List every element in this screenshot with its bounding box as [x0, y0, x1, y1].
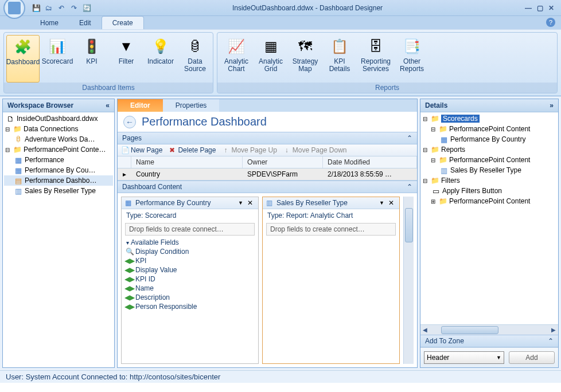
ribbon-kpi-details[interactable]: 📋 KPI Details	[323, 35, 356, 83]
grid-header-owner[interactable]: Owner	[243, 156, 323, 168]
drop-area[interactable]: Drop fields to create connect…	[125, 223, 255, 236]
expand-toggle-icon[interactable]: ⊞	[430, 198, 437, 205]
tree-item-data-connections[interactable]: ⊟Data Connections	[4, 124, 113, 134]
collapse-toggle-icon[interactable]: ⊟	[430, 157, 437, 163]
delete-page-button[interactable]: ✖Delete Page	[168, 146, 216, 154]
ribbon-analytic-grid[interactable]: ▦ Analytic Grid	[254, 35, 287, 83]
tree-item-sales-by-reseller[interactable]: Sales By Reseller Type	[4, 186, 113, 196]
tree-item-perf-dashboard[interactable]: Performance Dashbo…	[4, 175, 113, 186]
tree-item-reports[interactable]: ⊟Reports	[422, 144, 557, 155]
scroll-right-icon[interactable]: ▶	[549, 327, 558, 333]
tree-item-sales-by-reseller[interactable]: Sales By Reseller Type	[422, 165, 557, 175]
available-fields: ▾Available Fields 🔍Display Condition ◀▶K…	[122, 237, 258, 312]
tree-item-pp-content[interactable]: ⊟PerformancePoint Content	[422, 155, 557, 165]
back-button[interactable]: ←	[123, 116, 136, 128]
ribbon-scorecard[interactable]: 📊 Scorecard	[41, 35, 74, 83]
list-item[interactable]: ◀▶KPI	[124, 256, 256, 265]
ribbon-strategy-map[interactable]: 🗺 Strategy Map	[289, 35, 322, 83]
collapse-icon[interactable]: ⌃	[407, 183, 412, 191]
zone-sales-by-reseller[interactable]: Sales By Reseller Type ▼ ✕ Type: Report:…	[262, 197, 400, 364]
save-icon[interactable]: 💾	[31, 3, 41, 13]
pages-toolbar: 📄New Page ✖Delete Page ↑Move Page Up ↓Mo…	[118, 144, 417, 156]
ribbon-other-reports[interactable]: 📑 Other Reports	[395, 35, 428, 83]
data-source-icon: 🛢	[186, 37, 204, 56]
ribbon-analytic-chart[interactable]: 📈 Analytic Chart	[220, 35, 253, 83]
zone-performance-by-country[interactable]: Performance By Country ▼ ✕ Type: Scoreca…	[121, 197, 259, 364]
refresh-icon[interactable]: 🔄	[81, 3, 92, 13]
close-icon[interactable]: ✕	[246, 199, 255, 207]
collapse-toggle-icon[interactable]: ⊟	[422, 178, 428, 184]
tree-item-filters[interactable]: ⊟Filters	[422, 175, 557, 186]
editor-panel: Editor Properties ← Performance Dashboar…	[117, 99, 418, 368]
collapse-icon[interactable]: ⌃	[407, 134, 412, 142]
ribbon-kpi[interactable]: 🚦 KPI	[75, 35, 108, 83]
saveall-icon[interactable]: 🗂	[44, 3, 54, 13]
collapse-icon[interactable]: »	[550, 101, 554, 109]
maximize-button[interactable]: ▢	[535, 3, 545, 13]
cell-name: Country	[131, 168, 243, 180]
zone-type: Type: Scorecard	[122, 209, 258, 222]
list-item[interactable]: ◀▶KPI ID	[124, 275, 256, 284]
vertical-scrollbar[interactable]	[403, 197, 414, 364]
tree-item-root[interactable]: 🗋InsideOutDashboard.ddwx	[4, 113, 113, 124]
tree-item-performance[interactable]: Performance	[4, 155, 113, 165]
horizontal-scrollbar[interactable]: ◀ ▶	[420, 324, 558, 335]
list-item[interactable]: 🔍Display Condition	[124, 247, 256, 256]
collapse-toggle-icon[interactable]: ⊟	[422, 116, 428, 122]
tab-home[interactable]: Home	[30, 17, 69, 29]
new-page-button[interactable]: 📄New Page	[121, 146, 162, 154]
tree-item-pp-content[interactable]: ⊞PerformancePoint Content	[422, 196, 557, 206]
tree-item-perf-by-country[interactable]: Performance By Country	[422, 134, 557, 144]
ribbon-indicator[interactable]: 💡 Indicator	[144, 35, 177, 83]
collapse-icon[interactable]: «	[106, 101, 110, 109]
ribbon-group-label: Reports	[217, 83, 557, 93]
redo-icon[interactable]: ↷	[69, 3, 79, 13]
move-page-up-button[interactable]: ↑Move Page Up	[221, 146, 276, 154]
list-item[interactable]: ◀▶Person Responsible	[124, 302, 256, 311]
add-button[interactable]: Add	[509, 351, 555, 364]
dropdown-icon[interactable]: ▼	[236, 200, 246, 206]
dropdown-icon[interactable]: ▼	[377, 200, 387, 206]
tree-item-pp-content[interactable]: ⊟PerformancePoint Content	[422, 124, 557, 134]
ribbon-filter[interactable]: ▼ Filter	[110, 35, 143, 83]
quick-access-toolbar: 💾 🗂 ↶ ↷ 🔄	[31, 3, 92, 13]
tab-edit[interactable]: Edit	[69, 17, 102, 29]
grid-header-name[interactable]: Name	[131, 156, 243, 168]
list-item[interactable]: ◀▶Display Value	[124, 265, 256, 275]
grid-header-date[interactable]: Date Modified	[323, 156, 417, 168]
tab-create[interactable]: Create	[102, 16, 144, 29]
collapse-toggle-icon[interactable]: ⊟	[430, 126, 437, 132]
collapse-icon[interactable]: ⌃	[548, 337, 554, 345]
move-page-down-button[interactable]: ↓Move Page Down	[283, 146, 347, 154]
undo-icon[interactable]: ↶	[56, 3, 67, 13]
center-tabs: Editor Properties	[118, 99, 417, 112]
collapse-toggle-icon[interactable]: ⊟	[4, 147, 11, 153]
zone-select[interactable]: Header ▼	[424, 351, 504, 364]
close-button[interactable]: ✕	[546, 3, 556, 13]
collapse-toggle-icon[interactable]: ⊟	[422, 147, 428, 153]
collapse-toggle-icon[interactable]: ▾	[124, 240, 131, 246]
scrollbar-thumb[interactable]	[405, 208, 413, 242]
ribbon-dashboard[interactable]: 🧩 Dashboard	[6, 35, 40, 83]
filter-icon: ▼	[117, 37, 135, 56]
tree-item-adventure-works[interactable]: Adventure Works Da…	[4, 134, 113, 144]
minimize-button[interactable]: —	[523, 3, 533, 13]
tree-item-perf-by-country[interactable]: Performance By Cou…	[4, 165, 113, 175]
close-icon[interactable]: ✕	[387, 199, 396, 207]
tab-properties[interactable]: Properties	[163, 99, 220, 112]
ribbon-data-source[interactable]: 🛢 Data Source	[178, 35, 212, 83]
list-item[interactable]: ◀▶Name	[124, 284, 256, 293]
drop-area[interactable]: Drop fields to create connect…	[266, 223, 396, 236]
tree-item-scorecards[interactable]: ⊟Scorecards	[422, 113, 557, 124]
scrollbar-thumb[interactable]	[441, 326, 498, 334]
ribbon-reporting-services[interactable]: 🗄 Reporting Services	[357, 35, 394, 83]
tree-item-pp-content[interactable]: ⊟PerformancePoint Conte…	[4, 144, 113, 155]
tree-item-apply-filters[interactable]: ▭Apply Filters Button	[422, 186, 557, 196]
fields-header[interactable]: ▾Available Fields	[124, 238, 256, 247]
scroll-left-icon[interactable]: ◀	[420, 327, 430, 333]
collapse-toggle-icon[interactable]: ⊟	[4, 126, 11, 132]
table-row[interactable]: ▸ Country SPDEV\SPFarm 2/18/2013 8:55:59…	[118, 168, 417, 180]
list-item[interactable]: ◀▶Description	[124, 293, 256, 302]
tab-editor[interactable]: Editor	[118, 99, 163, 112]
help-icon[interactable]: ?	[546, 18, 555, 27]
